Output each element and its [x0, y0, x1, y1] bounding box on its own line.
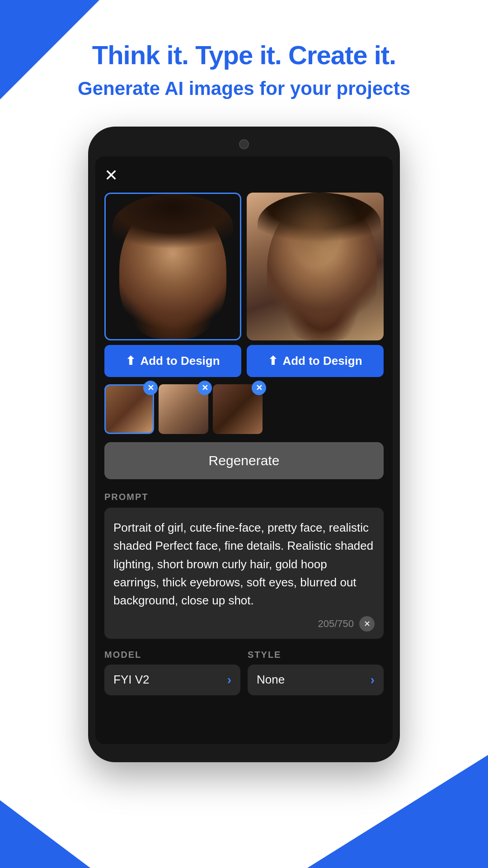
app-content: ✕ ⬆ Add to Design — [95, 156, 393, 744]
phone-camera — [239, 139, 249, 149]
close-row: ✕ — [104, 167, 384, 184]
phone-mockup: ✕ ⬆ Add to Design — [88, 127, 400, 762]
prompt-text[interactable]: Portrait of girl, cute-fine-face, pretty… — [113, 519, 375, 609]
thumbnail-remove-3[interactable]: ✕ — [252, 381, 266, 395]
prompt-char-count: 205/750 — [318, 618, 354, 630]
model-label: MODEL — [104, 650, 240, 660]
prompt-meta: 205/750 ✕ — [113, 616, 375, 632]
model-value: FYI V2 — [113, 673, 149, 687]
prompt-label: PROMPT — [104, 492, 384, 502]
model-style-row: MODEL FYI V2 › STYLE None › — [104, 650, 384, 695]
style-chevron-icon: › — [371, 673, 375, 687]
corner-decoration-bl — [0, 800, 90, 868]
prompt-box: Portrait of girl, cute-fine-face, pretty… — [104, 508, 384, 638]
prompt-clear-button[interactable]: ✕ — [359, 616, 375, 632]
page-subheadline: Generate AI images for your projects — [78, 78, 410, 99]
model-group: MODEL FYI V2 › — [104, 650, 240, 695]
face-silhouette-right — [267, 197, 376, 340]
image-card-left: ⬆ Add to Design — [104, 193, 241, 377]
hair-right — [258, 193, 381, 255]
image-card-right: ⬆ Add to Design — [247, 193, 384, 377]
style-label: STYLE — [248, 650, 384, 660]
thumbnail-row: ✕ ✕ ✕ — [104, 384, 384, 434]
thumbnail-item-3[interactable]: ✕ — [213, 384, 263, 434]
close-button[interactable]: ✕ — [104, 167, 118, 184]
hair-left — [113, 194, 233, 259]
model-chevron-icon: › — [227, 673, 231, 687]
clear-icon: ✕ — [364, 619, 371, 629]
page-headline: Think it. Type it. Create it. — [92, 41, 396, 70]
image-grid: ⬆ Add to Design ⬆ Add to Design — [104, 193, 384, 377]
upload-icon-right: ⬆ — [268, 354, 278, 368]
style-group: STYLE None › — [248, 650, 384, 695]
upload-icon-left: ⬆ — [126, 354, 136, 368]
corner-decoration-br — [307, 755, 488, 868]
page-container: Think it. Type it. Create it. Generate A… — [0, 0, 488, 762]
thumbnail-item-2[interactable]: ✕ — [159, 384, 208, 434]
add-to-design-button-right[interactable]: ⬆ Add to Design — [247, 345, 384, 377]
add-to-design-label-left: Add to Design — [140, 354, 220, 368]
model-select[interactable]: FYI V2 › — [104, 665, 240, 695]
style-value: None — [257, 673, 285, 687]
phone-notch — [88, 139, 400, 149]
generated-image-right[interactable] — [247, 193, 384, 340]
regenerate-button[interactable]: Regenerate — [104, 442, 384, 479]
thumbnail-remove-2[interactable]: ✕ — [197, 381, 212, 395]
thumbnail-item-1[interactable]: ✕ — [104, 384, 154, 434]
add-to-design-button-left[interactable]: ⬆ Add to Design — [104, 345, 241, 377]
thumbnail-remove-1[interactable]: ✕ — [143, 381, 158, 395]
style-select[interactable]: None › — [248, 665, 384, 695]
generated-image-left[interactable] — [104, 193, 241, 340]
add-to-design-label-right: Add to Design — [282, 354, 362, 368]
